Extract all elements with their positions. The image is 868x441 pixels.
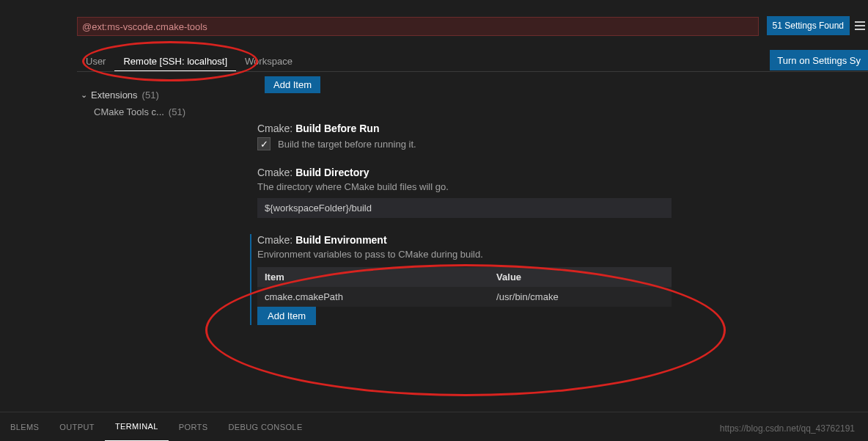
table-cell-item: cmake.cmakePath — [265, 291, 496, 302]
sidebar-item-count: (51) — [142, 90, 159, 101]
sidebar-item-cmake-tools[interactable]: CMake Tools c... (51) — [81, 103, 235, 120]
sidebar-item-label: CMake Tools c... — [94, 106, 164, 117]
chevron-down-icon: ⌄ — [81, 90, 87, 100]
setting-prefix: Cmake: — [257, 234, 293, 246]
table-header-item: Item — [265, 271, 496, 283]
watermark-text: https://blog.csdn.net/qq_43762191 — [720, 423, 855, 434]
build-env-table: Item Value cmake.cmakePath /usr/bin/cmak… — [257, 267, 672, 307]
add-item-button[interactable]: Add Item — [257, 307, 316, 325]
setting-build-directory: Cmake: Build Directory The directory whe… — [257, 167, 861, 218]
setting-name: Build Directory — [295, 167, 369, 178]
tab-remote[interactable]: Remote [SSH: localhost] — [114, 51, 236, 71]
setting-prefix: Cmake: — [257, 123, 293, 134]
setting-description: The directory where CMake build files wi… — [257, 181, 861, 192]
settings-found-badge: 51 Settings Found — [767, 16, 850, 35]
settings-sync-button[interactable]: Turn on Settings Sy — [770, 50, 868, 70]
panel-tab-terminal[interactable]: TERMINAL — [105, 412, 169, 441]
sidebar-item-label: Extensions — [91, 90, 138, 101]
sidebar-item-count: (51) — [169, 106, 185, 117]
setting-name: Build Environment — [295, 234, 386, 246]
setting-build-environment: Cmake: Build Environment Environment var… — [250, 234, 861, 325]
setting-build-before-run: Cmake: Build Before Run ✓ Build the targ… — [257, 123, 861, 150]
table-row[interactable]: cmake.cmakePath /usr/bin/cmake — [257, 287, 672, 307]
panel-tab-ports[interactable]: PORTS — [169, 412, 218, 441]
filter-icon[interactable] — [852, 16, 868, 35]
settings-search-input-wrap[interactable] — [77, 17, 759, 36]
add-item-button[interactable]: Add Item — [265, 76, 320, 93]
setting-name: Build Before Run — [295, 123, 379, 134]
build-directory-input[interactable]: ${workspaceFolder}/build — [257, 198, 672, 218]
table-header-value: Value — [496, 271, 664, 283]
settings-search-input[interactable] — [82, 21, 754, 32]
table-cell-value: /usr/bin/cmake — [496, 291, 664, 302]
sidebar-item-extensions[interactable]: ⌄ Extensions (51) — [81, 87, 235, 103]
setting-description: Environment variables to pass to CMake d… — [257, 249, 861, 260]
build-before-run-checkbox[interactable]: ✓ — [257, 137, 271, 150]
panel-tab-problems[interactable]: BLEMS — [0, 412, 49, 441]
setting-description: Build the target before running it. — [278, 139, 416, 150]
tab-user[interactable]: User — [77, 51, 114, 71]
tab-workspace[interactable]: Workspace — [236, 51, 301, 71]
panel-tab-debug-console[interactable]: DEBUG CONSOLE — [218, 412, 312, 441]
panel-tab-output[interactable]: OUTPUT — [49, 412, 105, 441]
setting-prefix: Cmake: — [257, 167, 293, 178]
